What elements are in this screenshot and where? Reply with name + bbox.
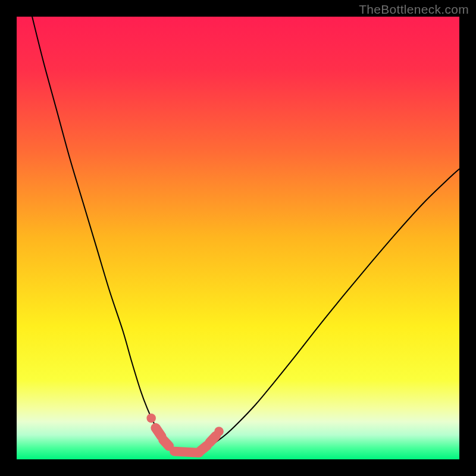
marker-floor-seg	[174, 452, 199, 453]
marker-left-dot-hi	[146, 414, 156, 423]
marker-left-seg-a	[156, 428, 162, 436]
chart-stage: TheBottleneck.com	[0, 0, 476, 476]
bottleneck-chart	[0, 0, 476, 476]
marker-right-seg-b	[209, 436, 215, 443]
marker-right-seg-a	[201, 446, 207, 451]
watermark-text: TheBottleneck.com	[359, 2, 469, 17]
marker-left-seg-b	[163, 440, 169, 446]
marker-right-dot-hi	[214, 427, 224, 436]
plot-background	[17, 17, 459, 459]
